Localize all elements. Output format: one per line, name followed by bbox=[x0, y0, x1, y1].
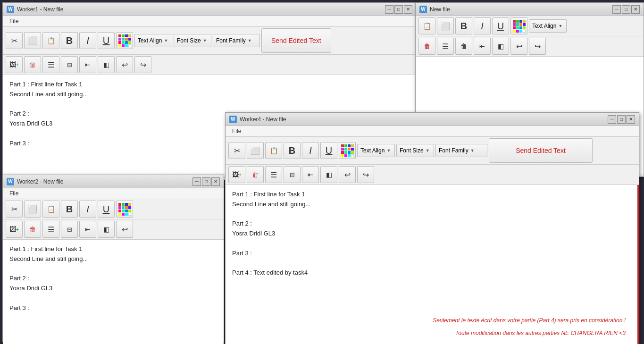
worker2-list-btn[interactable]: ☰ bbox=[42, 221, 59, 238]
worker4-color-btn[interactable] bbox=[339, 142, 356, 159]
bg-redo-btn[interactable]: ↪ bbox=[529, 38, 546, 55]
worker1-cut-btn[interactable]: ✂ bbox=[6, 32, 23, 49]
worker2-eraser-btn[interactable]: ◧ bbox=[98, 221, 115, 238]
bg-underline-btn[interactable]: U bbox=[492, 17, 509, 34]
worker1-maximize-btn[interactable]: □ bbox=[394, 5, 403, 14]
bg-outdent-btn[interactable]: ⇤ bbox=[474, 38, 491, 55]
worker4-copy-btn[interactable]: ⬜ bbox=[247, 142, 264, 159]
worker1-bold-btn[interactable]: B bbox=[61, 32, 78, 49]
w4-font-family-label: Font Family bbox=[439, 147, 468, 154]
worker4-eraser-btn[interactable]: ◧ bbox=[320, 166, 337, 183]
bg-list-btn[interactable]: ☰ bbox=[437, 38, 454, 55]
worker1-copy-btn[interactable]: ⬜ bbox=[24, 32, 41, 49]
worker4-editor[interactable]: Part 1 : First line for Task 1 Second Li… bbox=[226, 185, 639, 344]
worker4-list-delete-btn[interactable]: ⊟ bbox=[284, 166, 301, 183]
worker2-editor[interactable]: Part 1 : First line for Task 1 Second Li… bbox=[3, 240, 224, 344]
bg-maximize-btn[interactable]: □ bbox=[622, 5, 630, 14]
worker4-delete-btn[interactable]: 🗑 bbox=[247, 166, 264, 183]
worker1-eraser-btn[interactable]: ◧ bbox=[98, 56, 115, 73]
worker4-image-btn[interactable]: 🖼+ bbox=[228, 166, 245, 183]
worker1-send-btn[interactable]: Send Edited Text bbox=[261, 28, 331, 53]
worker2-cut-btn[interactable]: ✂ bbox=[6, 201, 23, 218]
worker4-text-align-dropdown[interactable]: Text Align ▼ bbox=[357, 144, 395, 157]
bg-copy-icon: 📋 bbox=[423, 22, 431, 30]
worker1-font-size-dropdown[interactable]: Font Size ▼ bbox=[174, 34, 211, 47]
worker4-bold-btn[interactable]: B bbox=[284, 142, 301, 159]
worker4-font-size-dropdown[interactable]: Font Size ▼ bbox=[396, 144, 434, 157]
worker4-close-btn[interactable]: ✕ bbox=[627, 115, 635, 124]
worker1-underline-btn[interactable]: U bbox=[98, 32, 115, 49]
worker2-file-menu[interactable]: File bbox=[7, 189, 21, 198]
worker2-title-bar: W Worker2 - New file ─ □ ✕ bbox=[3, 175, 224, 188]
worker2-line-5: Yosra Dridi GL3 bbox=[9, 284, 217, 294]
worker1-list-btn[interactable]: ☰ bbox=[42, 56, 59, 73]
worker2-list-delete-btn[interactable]: ⊟ bbox=[61, 221, 78, 238]
worker1-font-family-dropdown[interactable]: Font Family ▼ bbox=[213, 34, 260, 47]
worker2-paste-btn[interactable]: 📋 bbox=[42, 201, 59, 218]
bg-eraser-icon: ◧ bbox=[498, 42, 504, 50]
bg-minimize-btn[interactable]: ─ bbox=[612, 5, 621, 14]
w4-italic-icon: I bbox=[309, 145, 312, 156]
worker2-underline-btn[interactable]: U bbox=[98, 201, 115, 218]
worker2-minimize-btn[interactable]: ─ bbox=[192, 177, 201, 186]
w2-list-icon: ☰ bbox=[48, 225, 54, 234]
worker2-close-btn[interactable]: ✕ bbox=[211, 177, 220, 186]
worker1-minimize-btn[interactable]: ─ bbox=[385, 5, 393, 14]
worker4-outdent-btn[interactable]: ⇤ bbox=[302, 166, 319, 183]
worker4-paste-btn[interactable]: 📋 bbox=[265, 142, 282, 159]
w4-outdent-icon: ⇤ bbox=[308, 171, 313, 178]
w4-underline-icon: U bbox=[326, 145, 332, 156]
worker4-file-menu[interactable]: File bbox=[229, 127, 244, 135]
worker2-undo-btn[interactable]: ↩ bbox=[116, 221, 133, 238]
worker4-maximize-btn[interactable]: □ bbox=[617, 115, 626, 124]
worker4-redo-btn[interactable]: ↪ bbox=[357, 166, 374, 183]
w4-text-align-arrow: ▼ bbox=[386, 148, 391, 153]
bg-italic-icon: I bbox=[481, 21, 484, 32]
bg-bold-btn[interactable]: B bbox=[455, 17, 472, 34]
worker4-undo-btn[interactable]: ↩ bbox=[339, 166, 356, 183]
eraser-icon: ◧ bbox=[103, 61, 109, 68]
worker4-underline-btn[interactable]: U bbox=[320, 142, 337, 159]
worker2-image-btn[interactable]: 🖼+ bbox=[6, 221, 23, 238]
worker2-bold-btn[interactable]: B bbox=[61, 201, 78, 218]
worker1-close-btn[interactable]: ✕ bbox=[404, 5, 412, 14]
worker1-paste-btn[interactable]: 📋 bbox=[42, 32, 59, 49]
worker4-italic-btn[interactable]: I bbox=[302, 142, 319, 159]
worker4-toolbar2: 🖼+ 🗑 ☰ ⊟ ⇤ ◧ ↩ ↪ bbox=[226, 165, 639, 185]
bg-italic-btn[interactable]: I bbox=[474, 17, 491, 34]
worker2-maximize-btn[interactable]: □ bbox=[202, 177, 210, 186]
worker4-send-btn[interactable]: Send Edited Text bbox=[489, 138, 593, 163]
bg-paste-btn[interactable]: ⬜ bbox=[437, 17, 454, 34]
worker4-font-family-dropdown[interactable]: Font Family ▼ bbox=[435, 144, 487, 157]
worker1-file-menu[interactable]: File bbox=[7, 17, 21, 25]
bg-delete-icon: 🗑 bbox=[424, 42, 430, 50]
worker1-image-btn[interactable]: 🖼+ bbox=[6, 56, 23, 73]
bg-controls: ─ □ ✕ bbox=[612, 5, 640, 14]
worker4-title: Worker4 - New file bbox=[240, 116, 286, 123]
worker1-outdent-btn[interactable]: ⇤ bbox=[79, 56, 96, 73]
worker1-text-align-dropdown[interactable]: Text Align ▼ bbox=[134, 34, 172, 47]
worker2-italic-btn[interactable]: I bbox=[79, 201, 96, 218]
worker1-delete-btn[interactable]: 🗑 bbox=[24, 56, 41, 73]
worker4-cut-btn[interactable]: ✂ bbox=[228, 142, 245, 159]
worker2-outdent-btn[interactable]: ⇤ bbox=[79, 221, 96, 238]
bg-delete-btn[interactable]: 🗑 bbox=[418, 38, 435, 55]
bg-eraser-btn[interactable]: ◧ bbox=[492, 38, 509, 55]
bg-bold-icon: B bbox=[460, 21, 467, 32]
worker2-delete-btn[interactable]: 🗑 bbox=[24, 221, 41, 238]
bg-undo-btn[interactable]: ↩ bbox=[510, 38, 527, 55]
worker1-italic-btn[interactable]: I bbox=[79, 32, 96, 49]
worker1-list-delete-btn[interactable]: ⊟ bbox=[61, 56, 78, 73]
bg-copy-btn[interactable]: 📋 bbox=[418, 17, 435, 34]
worker1-undo-btn[interactable]: ↩ bbox=[116, 56, 133, 73]
worker4-list-btn[interactable]: ☰ bbox=[265, 166, 282, 183]
worker4-minimize-btn[interactable]: ─ bbox=[608, 115, 616, 124]
worker2-color-btn[interactable] bbox=[116, 201, 133, 218]
worker1-redo-btn[interactable]: ↪ bbox=[134, 56, 151, 73]
worker2-copy-btn[interactable]: ⬜ bbox=[24, 201, 41, 218]
bg-text-align-dropdown[interactable]: Text Align ▼ bbox=[529, 19, 567, 33]
worker1-color-btn[interactable] bbox=[116, 32, 133, 49]
bg-list-delete-btn[interactable]: 🗑 bbox=[455, 38, 472, 55]
bg-close-btn[interactable]: ✕ bbox=[631, 5, 640, 14]
bg-color-btn[interactable] bbox=[510, 17, 527, 34]
